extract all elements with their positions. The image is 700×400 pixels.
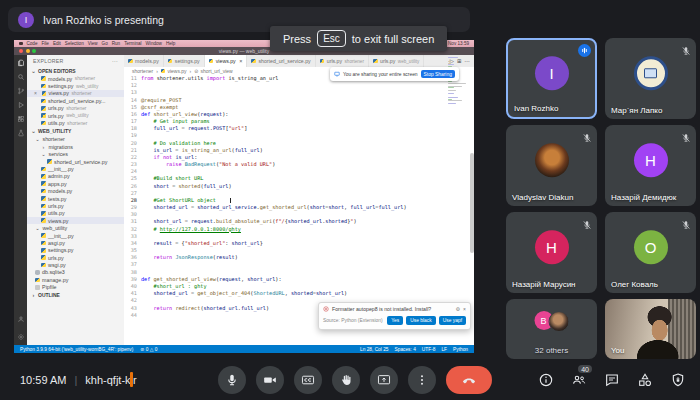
file-item[interactable]: db.sqlite3: [27, 269, 124, 276]
captions-button[interactable]: [294, 366, 322, 394]
test-icon[interactable]: [17, 129, 25, 137]
status-item[interactable]: Spaces: 4: [395, 347, 416, 352]
open-editor-item[interactable]: ×views.pyshortener: [27, 90, 124, 97]
open-editors-header[interactable]: ⌄ OPEN EDITORS: [27, 66, 124, 75]
participant-tile[interactable]: You: [605, 299, 696, 359]
menu-item-window[interactable]: Window: [146, 41, 162, 46]
participant-tile[interactable]: HНазарій Марусин: [506, 212, 597, 293]
tab-urls-py[interactable]: urls.pyshortener: [316, 55, 369, 67]
debug-icon[interactable]: [17, 101, 25, 109]
participant-tile[interactable]: OОлег Коваль: [605, 212, 696, 293]
breadcrumb-item[interactable]: shortener: [132, 68, 153, 74]
open-editor-item[interactable]: utils.pyshortener: [27, 119, 124, 126]
yes-button[interactable]: Yes: [387, 316, 403, 325]
participant-tile[interactable]: IIvan Rozhko: [506, 38, 597, 119]
tab-shorted_url_service-py[interactable]: shorted_url_service.py: [247, 55, 315, 67]
open-editor-item[interactable]: shorted_url_service.py...: [27, 97, 124, 104]
workspace-header[interactable]: ⌄ WEB_UTILITY: [27, 127, 124, 136]
more-button[interactable]: [408, 366, 436, 394]
close-icon[interactable]: ×: [463, 306, 466, 312]
status-item[interactable]: UTF-8: [422, 347, 436, 352]
open-editor-item[interactable]: models.pyshortener: [27, 75, 124, 82]
file-item[interactable]: models.py: [27, 187, 124, 194]
use-black-button[interactable]: Use black: [406, 316, 435, 325]
file-item[interactable]: apps.py: [27, 180, 124, 187]
breadcrumb-item[interactable]: ⊘short_url_view: [194, 68, 232, 74]
raise-hand-button[interactable]: [332, 366, 360, 394]
file-icon: [320, 59, 325, 64]
menu-item-go[interactable]: Go: [102, 41, 108, 46]
menu-item-file[interactable]: File: [41, 41, 48, 46]
line-number: 24: [124, 168, 141, 175]
menu-item-view[interactable]: View: [88, 41, 98, 46]
folder-item[interactable]: ⌄shortener: [27, 136, 124, 143]
status-item[interactable]: LF: [441, 347, 447, 352]
file-item[interactable]: manage.py: [27, 276, 124, 283]
close-icon[interactable]: ×: [239, 58, 242, 64]
file-item[interactable]: settings.py: [27, 247, 124, 254]
files-icon[interactable]: [17, 59, 25, 67]
menu-item-terminal[interactable]: Terminal: [124, 41, 141, 46]
file-item[interactable]: urls.py: [27, 202, 124, 209]
outline-header[interactable]: › OUTLINE: [27, 291, 124, 300]
close-icon[interactable]: ×: [34, 90, 38, 96]
explorer-more-icon[interactable]: ···: [112, 58, 118, 64]
menu-item-edit[interactable]: Edit: [53, 41, 61, 46]
status-item[interactable]: Ln 28, Col 25: [360, 347, 389, 352]
mic-button[interactable]: [218, 366, 246, 394]
tab-folder-suffix: web_utility: [398, 59, 419, 64]
file-item[interactable]: asgi.py: [27, 239, 124, 246]
status-item[interactable]: Python: [453, 347, 468, 352]
tab-urls-py[interactable]: urls.pyweb_utility: [369, 55, 424, 67]
search-icon[interactable]: [17, 73, 25, 81]
end-call-button[interactable]: [446, 366, 492, 394]
menu-item-code[interactable]: Code: [27, 41, 38, 46]
participant-tile[interactable]: HНазарій Демидюк: [605, 125, 696, 206]
tab-settings-py[interactable]: settings.py: [164, 55, 205, 67]
file-item[interactable]: Pipfile: [27, 284, 124, 291]
open-editor-item[interactable]: urls.pyweb_utility: [27, 112, 124, 119]
file-item[interactable]: views.py: [27, 217, 124, 224]
file-item[interactable]: admin.py: [27, 173, 124, 180]
editor-scrollbar[interactable]: [470, 153, 474, 253]
file-item[interactable]: wsgi.py: [27, 261, 124, 268]
participant-name: Мар`ян Лапко: [611, 106, 662, 115]
activities-button[interactable]: [637, 372, 653, 388]
info-button[interactable]: [538, 372, 554, 388]
menu-item-help[interactable]: Help: [166, 41, 175, 46]
file-item[interactable]: shorted_url_service.py: [27, 158, 124, 165]
present-button[interactable]: [370, 366, 398, 394]
ext-icon[interactable]: [17, 115, 25, 123]
tab-views-py[interactable]: views.py×: [205, 55, 248, 67]
file-item[interactable]: __init__.py: [27, 165, 124, 172]
people-button[interactable]: 40: [571, 372, 587, 388]
use-yapf-button[interactable]: Use yapf: [439, 316, 466, 325]
python-env[interactable]: Python 3.9.9 64-bit ('web_utility-womBG_…: [20, 347, 133, 352]
gear-icon[interactable]: ⚙: [456, 306, 460, 312]
file-item[interactable]: urls.py: [27, 254, 124, 261]
menu-item-run[interactable]: Run: [112, 41, 120, 46]
participant-tile[interactable]: B32 others: [506, 299, 597, 359]
menu-item-selection[interactable]: Selection: [65, 41, 84, 46]
account-icon[interactable]: [17, 315, 25, 323]
minimap[interactable]: [448, 57, 468, 106]
file-item[interactable]: __init__.py: [27, 232, 124, 239]
folder-item[interactable]: ›migrations: [27, 143, 124, 150]
chat-button[interactable]: [604, 372, 620, 388]
git-icon[interactable]: [17, 87, 25, 95]
participant-tile[interactable]: Мар`ян Лапко: [605, 38, 696, 119]
gear-icon[interactable]: [17, 333, 25, 341]
problems-indicator[interactable]: ⊘ 0 △ 0: [140, 347, 157, 352]
open-editor-item[interactable]: urls.pyshortener: [27, 105, 124, 112]
file-item[interactable]: utils.py: [27, 210, 124, 217]
stop-sharing-button[interactable]: Stop Sharing: [421, 70, 455, 78]
tab-models-py[interactable]: models.py: [124, 55, 164, 67]
open-editor-item[interactable]: settings.pyweb_utility: [27, 82, 124, 89]
participant-tile[interactable]: Vladyslav Diakun: [506, 125, 597, 206]
file-item[interactable]: tests.py: [27, 195, 124, 202]
host-controls-button[interactable]: [670, 372, 686, 388]
cam-button[interactable]: [256, 366, 284, 394]
folder-item[interactable]: ⌄web_utility: [27, 224, 124, 231]
breadcrumb-item[interactable]: views.py: [161, 68, 187, 74]
folder-item[interactable]: ⌄services: [27, 151, 124, 158]
